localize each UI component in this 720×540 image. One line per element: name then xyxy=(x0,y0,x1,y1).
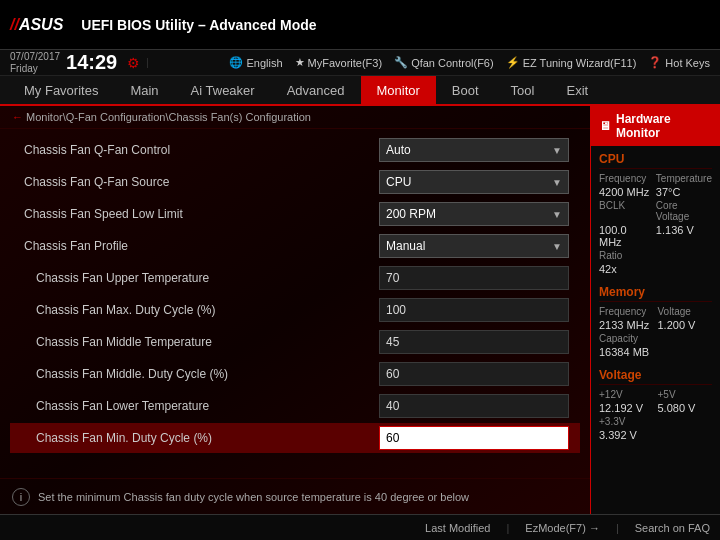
time-display: 14:29 xyxy=(66,51,117,74)
info-icon: i xyxy=(12,488,30,506)
value-mid-duty[interactable]: 60 xyxy=(379,362,569,386)
label-speed-low: Chassis Fan Speed Low Limit xyxy=(16,207,379,221)
last-modified-label: Last Modified xyxy=(425,522,490,534)
value-lower-temp[interactable]: 40 xyxy=(379,394,569,418)
cpu-bclk-value: 100.0 MHz xyxy=(599,224,652,248)
left-panel: ← Monitor\Q-Fan Configuration\Chassis Fa… xyxy=(0,106,590,514)
chevron-down-icon: ▼ xyxy=(552,209,562,220)
cpu-corevolt-label: Core Voltage xyxy=(656,200,712,222)
setting-row-qfan-control: Chassis Fan Q-Fan Control Auto ▼ xyxy=(10,135,580,165)
setting-row-speed-low: Chassis Fan Speed Low Limit 200 RPM ▼ xyxy=(10,199,580,229)
nav-main[interactable]: Main xyxy=(114,76,174,104)
nav-menu: My Favorites Main Ai Tweaker Advanced Mo… xyxy=(0,76,720,106)
control-mid-temp: 45 xyxy=(379,330,574,354)
value-upper-temp[interactable]: 70 xyxy=(379,266,569,290)
toolbar-favorites[interactable]: ★ MyFavorite(F3) xyxy=(295,56,383,69)
hw-cpu-grid: Frequency Temperature 4200 MHz 37°C BCLK… xyxy=(599,173,712,275)
setting-row-qfan-source: Chassis Fan Q-Fan Source CPU ▼ xyxy=(10,167,580,197)
label-profile: Chassis Fan Profile xyxy=(16,239,379,253)
control-speed-low: 200 RPM ▼ xyxy=(379,202,574,226)
back-arrow[interactable]: ← xyxy=(12,111,23,123)
control-profile: Manual ▼ xyxy=(379,234,574,258)
chevron-down-icon: ▼ xyxy=(552,145,562,156)
cpu-bclk-label: BCLK xyxy=(599,200,652,222)
volt-33v-value: 3.392 V xyxy=(599,429,654,441)
volt-12v-label: +12V xyxy=(599,389,654,400)
label-mid-duty: Chassis Fan Middle. Duty Cycle (%) xyxy=(16,367,379,381)
settings-icon[interactable]: ⚙ xyxy=(127,55,140,71)
volt-12v-value: 12.192 V xyxy=(599,402,654,414)
nav-tool[interactable]: Tool xyxy=(495,76,551,104)
hw-voltage-grid: +12V +5V 12.192 V 5.080 V +3.3V 3.392 V xyxy=(599,389,712,441)
cpu-freq-value: 4200 MHz xyxy=(599,186,652,198)
header-bar: //ASUS UEFI BIOS Utility – Advanced Mode xyxy=(0,0,720,50)
setting-row-upper-temp: Chassis Fan Upper Temperature 70 xyxy=(10,263,580,293)
label-upper-temp: Chassis Fan Upper Temperature xyxy=(16,271,379,285)
bios-title: UEFI BIOS Utility – Advanced Mode xyxy=(81,17,316,33)
nav-monitor[interactable]: Monitor xyxy=(361,76,436,104)
control-max-duty: 100 xyxy=(379,298,574,322)
hw-monitor-title: 🖥 Hardware Monitor xyxy=(591,106,720,146)
search-faq-button[interactable]: Search on FAQ xyxy=(635,522,710,534)
dropdown-qfan-control[interactable]: Auto ▼ xyxy=(379,138,569,162)
label-min-duty: Chassis Fan Min. Duty Cycle (%) xyxy=(16,431,379,445)
settings-area: Chassis Fan Q-Fan Control Auto ▼ Chassis… xyxy=(0,129,590,478)
chevron-down-icon: ▼ xyxy=(552,177,562,188)
monitor-icon: 🖥 xyxy=(599,119,611,133)
dropdown-profile[interactable]: Manual ▼ xyxy=(379,234,569,258)
label-lower-temp: Chassis Fan Lower Temperature xyxy=(16,399,379,413)
cpu-ratio-value: 42x xyxy=(599,263,652,275)
label-qfan-control: Chassis Fan Q-Fan Control xyxy=(16,143,379,157)
dropdown-speed-low[interactable]: 200 RPM ▼ xyxy=(379,202,569,226)
setting-row-lower-temp: Chassis Fan Lower Temperature 40 xyxy=(10,391,580,421)
toolbar-qfan[interactable]: 🔧 Qfan Control(F6) xyxy=(394,56,494,69)
mem-freq-value: 2133 MHz xyxy=(599,319,654,331)
cpu-ratio-label: Ratio xyxy=(599,250,652,261)
control-upper-temp: 70 xyxy=(379,266,574,290)
volt-5v-value: 5.080 V xyxy=(658,402,713,414)
cpu-freq-label: Frequency xyxy=(599,173,652,184)
datetime-toolbar: 07/07/2017 Friday 14:29 ⚙ | 🌐 English ★ … xyxy=(0,50,720,76)
breadcrumb: ← Monitor\Q-Fan Configuration\Chassis Fa… xyxy=(0,106,590,129)
setting-row-profile: Chassis Fan Profile Manual ▼ xyxy=(10,231,580,261)
mem-volt-label: Voltage xyxy=(658,306,713,317)
dropdown-qfan-source[interactable]: CPU ▼ xyxy=(379,170,569,194)
toolbar-english[interactable]: 🌐 English xyxy=(229,56,282,69)
nav-exit[interactable]: Exit xyxy=(550,76,604,104)
info-text: Set the minimum Chassis fan duty cycle w… xyxy=(38,491,469,503)
asus-logo: //ASUS xyxy=(10,16,63,34)
hw-cpu-title: CPU xyxy=(599,152,712,169)
bottom-bar: Last Modified | EzMode(F7) → | Search on… xyxy=(0,514,720,540)
ez-mode-button[interactable]: EzMode(F7) → xyxy=(525,522,600,534)
control-min-duty: 60 xyxy=(379,426,574,450)
mem-freq-label: Frequency xyxy=(599,306,654,317)
value-min-duty[interactable]: 60 xyxy=(379,426,569,450)
label-max-duty: Chassis Fan Max. Duty Cycle (%) xyxy=(16,303,379,317)
setting-row-mid-temp: Chassis Fan Middle Temperature 45 xyxy=(10,327,580,357)
toolbar-hotkeys[interactable]: ❓ Hot Keys xyxy=(648,56,710,69)
setting-row-mid-duty: Chassis Fan Middle. Duty Cycle (%) 60 xyxy=(10,359,580,389)
main-content: ← Monitor\Q-Fan Configuration\Chassis Fa… xyxy=(0,106,720,514)
nav-my-favorites[interactable]: My Favorites xyxy=(8,76,114,104)
hw-voltage-title: Voltage xyxy=(599,368,712,385)
breadcrumb-text: Monitor\Q-Fan Configuration\Chassis Fan(… xyxy=(26,111,311,123)
nav-boot[interactable]: Boot xyxy=(436,76,495,104)
toolbar-ez-wizard[interactable]: ⚡ EZ Tuning Wizard(F11) xyxy=(506,56,637,69)
date-line1: 07/07/2017 xyxy=(10,51,60,63)
mem-cap-label: Capacity xyxy=(599,333,654,344)
value-mid-temp[interactable]: 45 xyxy=(379,330,569,354)
value-max-duty[interactable]: 100 xyxy=(379,298,569,322)
nav-advanced[interactable]: Advanced xyxy=(271,76,361,104)
hw-cpu-section: CPU Frequency Temperature 4200 MHz 37°C … xyxy=(591,146,720,279)
hw-memory-title: Memory xyxy=(599,285,712,302)
hw-memory-grid: Frequency Voltage 2133 MHz 1.200 V Capac… xyxy=(599,306,712,358)
control-lower-temp: 40 xyxy=(379,394,574,418)
date-display: 07/07/2017 Friday xyxy=(10,51,60,75)
hardware-monitor-panel: 🖥 Hardware Monitor CPU Frequency Tempera… xyxy=(590,106,720,514)
toolbar-items: 🌐 English ★ MyFavorite(F3) 🔧 Qfan Contro… xyxy=(229,56,710,69)
cpu-temp-label: Temperature xyxy=(656,173,712,184)
control-qfan-control: Auto ▼ xyxy=(379,138,574,162)
mem-cap-value: 16384 MB xyxy=(599,346,654,358)
nav-ai-tweaker[interactable]: Ai Tweaker xyxy=(175,76,271,104)
volt-5v-label: +5V xyxy=(658,389,713,400)
